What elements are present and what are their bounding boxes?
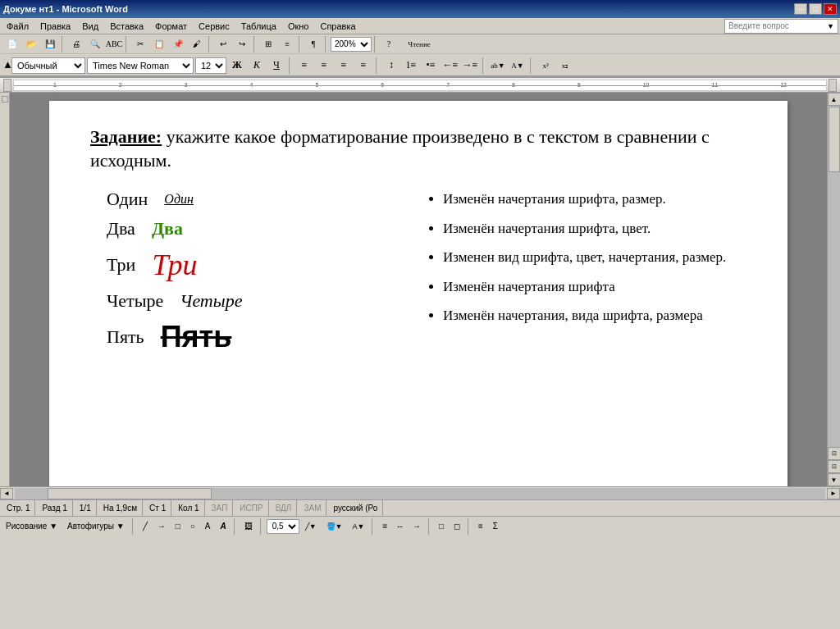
justify-button[interactable]: ≡ [354,57,372,75]
menu-bar: Файл Правка Вид Вставка Формат Сервис Та… [0,18,840,34]
status-position: На 1,9см [98,500,143,516]
increase-indent-button[interactable]: →≡ [461,57,479,75]
dash-style-btn[interactable]: -- [393,518,407,535]
minimize-button[interactable]: ─ [794,3,807,15]
align-draw-btn[interactable]: ≡ [474,518,487,535]
line-style-select[interactable]: 0,5 [267,519,299,534]
zoom-select[interactable]: 200% [331,37,372,52]
scroll-right-button[interactable]: ► [827,488,840,499]
subscript-button[interactable]: x₂ [556,57,574,75]
font-select[interactable]: Times New Roman [87,57,194,74]
draw-button[interactable]: Рисование ▼ [2,518,62,535]
3d-btn[interactable]: ◻ [450,518,464,535]
numbering-button[interactable]: 1≡ [402,57,420,75]
arrow-style-btn[interactable]: → [409,518,425,535]
redo-button[interactable]: ↪ [233,35,251,53]
decrease-indent-button[interactable]: ←≡ [441,57,459,75]
arrow-tool[interactable]: → [153,518,170,535]
highlight-button[interactable]: ab▼ [489,57,507,75]
menu-format[interactable]: Формат [150,21,192,32]
description-item-3: Изменен вид шрифта, цвет, начертания, ра… [443,247,746,268]
help-button[interactable]: ? [380,35,398,53]
menu-file[interactable]: Файл [2,21,34,32]
scroll-left-button[interactable]: ◄ [0,488,13,499]
status-fix: ИСПР [235,500,268,516]
close-button[interactable]: ✕ [824,3,837,15]
menu-edit[interactable]: Правка [35,21,75,32]
bold-button[interactable]: Ж [228,57,246,75]
sidebar-icon-2[interactable] [2,112,8,119]
align-right-button[interactable]: ≡ [335,57,353,75]
left-sidebar [0,93,10,486]
menu-window[interactable]: Окно [283,21,314,32]
align-center-button[interactable]: ≡ [315,57,333,75]
word-formatted-5: Пять [161,320,232,354]
scroll-thumb[interactable] [829,107,840,172]
sidebar-icon-1[interactable] [2,104,8,111]
h-scroll-track[interactable] [15,488,825,499]
insert-table-button[interactable]: ⊞ [259,35,277,53]
document-area[interactable]: Задание: укажите какое форматирование пр… [10,93,827,486]
vertical-scrollbar[interactable]: ▲ ⊡ ⊡ ▼ [827,93,840,486]
copy-button[interactable]: 📋 [150,35,168,53]
window-controls[interactable]: ─ □ ✕ [794,3,837,15]
columns-button[interactable]: ≡ [278,35,296,53]
word-original-1: Один [107,189,148,210]
sigma-btn[interactable]: Σ [489,518,502,535]
preview-button[interactable]: 🔍 [86,35,104,53]
format-painter[interactable]: 🖌 [188,35,206,53]
open-button[interactable]: 📂 [22,35,40,53]
undo-button[interactable]: ↩ [214,35,232,53]
cut-button[interactable]: ✂ [131,35,149,53]
size-select[interactable]: 12 [195,57,226,74]
scroll-down-button[interactable]: ▼ [828,473,841,486]
scroll-up-button[interactable]: ▲ [828,93,841,106]
oval-tool[interactable]: ○ [186,518,199,535]
h-scroll-thumb[interactable] [48,488,212,499]
new-button[interactable]: 📄 [3,35,21,53]
maximize-button[interactable]: □ [809,3,822,15]
font-color-draw-button[interactable]: A▼ [348,518,368,535]
search-go-button[interactable]: ▼ [825,22,836,30]
menu-help[interactable]: Справка [315,21,360,32]
menu-view[interactable]: Вид [77,21,103,32]
style-select[interactable]: Обычный [11,57,85,74]
view-toggle[interactable] [2,96,8,103]
scroll-page-up[interactable]: ⊡ [828,447,841,460]
paste-button[interactable]: 📌 [169,35,187,53]
line-color-button[interactable]: ╱▼ [301,518,321,535]
line-style-btn[interactable]: ≡ [378,518,391,535]
rect-tool[interactable]: □ [171,518,185,535]
align-left-button[interactable]: ≡ [295,57,313,75]
line-tool[interactable]: ╱ [139,518,152,535]
help-search-input[interactable] [727,21,825,30]
window-title: Докуме нт1 - Microsoft Word [3,4,128,14]
textbox-tool[interactable]: A [201,518,215,535]
menu-table[interactable]: Таблица [236,21,281,32]
word-original-5: Пять [107,326,144,348]
underline-button[interactable]: Ч [267,57,285,75]
list-item: Три Три [107,248,410,282]
superscript-button[interactable]: x² [536,57,555,75]
show-para-button[interactable]: ¶ [304,35,322,53]
autoshapes-button[interactable]: Автофигуры ▼ [63,518,129,535]
fill-color-button[interactable]: 🪣▼ [322,518,347,535]
reading-button[interactable]: Чтение [399,35,440,53]
line-spacing-button[interactable]: ↕ [382,57,400,75]
wordart-tool[interactable]: A [216,518,230,535]
italic-button[interactable]: К [248,57,266,75]
horizontal-scrollbar[interactable]: ◄ ► [0,486,840,499]
scroll-page-down[interactable]: ⊡ [828,460,841,473]
sep2 [126,36,129,52]
spell-button[interactable]: ABC [105,35,123,53]
save-button[interactable]: 💾 [41,35,59,53]
clip-art-button[interactable]: 🖼 [240,518,257,535]
bullets-button[interactable]: •≡ [422,57,440,75]
menu-insert[interactable]: Вставка [105,21,148,32]
shadow-btn[interactable]: □ [435,518,448,535]
font-color-button[interactable]: A▼ [509,57,527,75]
status-lang: русский (Ро [328,500,383,516]
menu-tools[interactable]: Сервис [194,21,235,32]
scroll-track[interactable] [828,106,841,447]
print-button[interactable]: 🖨 [67,35,85,53]
